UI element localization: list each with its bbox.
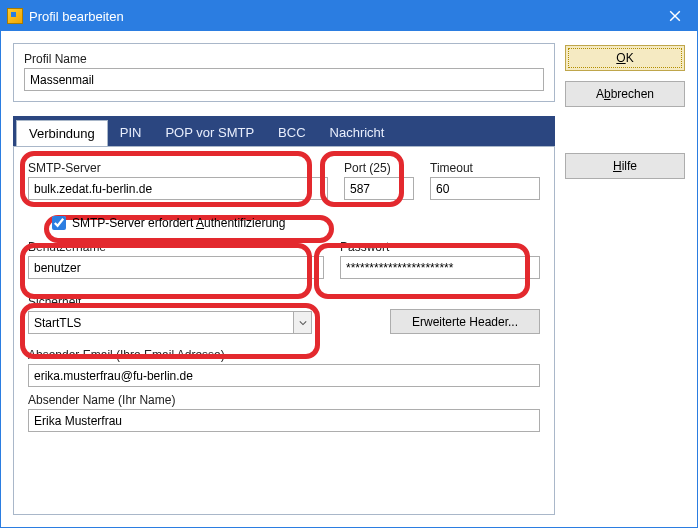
profile-name-panel: Profil Name (13, 43, 555, 102)
tab-popvorsmtp[interactable]: POP vor SMTP (153, 119, 266, 146)
timeout-label: Timeout (430, 161, 540, 175)
smtp-auth-checkbox[interactable] (52, 216, 66, 230)
dialog-window: Profil bearbeiten Profil Name Verbindung… (0, 0, 698, 528)
sender-name-label: Absender Name (Ihr Name) (28, 393, 540, 407)
app-icon (7, 8, 23, 24)
close-icon (669, 10, 681, 22)
smtp-server-input[interactable] (28, 177, 328, 200)
sender-email-label: Absender Email (Ihre Email Adresse) (28, 348, 540, 362)
button-sidebar: OK Abbrechen Hilfe (565, 43, 685, 515)
profile-name-input[interactable] (24, 68, 544, 91)
security-select[interactable] (28, 311, 312, 334)
tab-verbindung[interactable]: Verbindung (16, 120, 108, 147)
tab-pin[interactable]: PIN (108, 119, 154, 146)
password-input[interactable] (340, 256, 540, 279)
help-button[interactable]: Hilfe (565, 153, 685, 179)
ok-button[interactable]: OK (565, 45, 685, 71)
tab-body-verbindung: SMTP-Server Port (25) Timeout (13, 146, 555, 515)
tab-nachricht[interactable]: Nachricht (318, 119, 397, 146)
port-label: Port (25) (344, 161, 414, 175)
close-button[interactable] (653, 1, 697, 31)
security-label: Sicherheit (28, 295, 312, 309)
profile-name-label: Profil Name (24, 52, 544, 66)
sender-email-input[interactable] (28, 364, 540, 387)
extended-header-button[interactable]: Erweiterte Header... (390, 309, 540, 334)
tab-strip: Verbindung PIN POP vor SMTP BCC Nachrich… (13, 116, 555, 146)
tab-bcc[interactable]: BCC (266, 119, 317, 146)
password-label: Passwort (340, 240, 540, 254)
username-label: Benutzername (28, 240, 324, 254)
window-title: Profil bearbeiten (29, 9, 124, 24)
title-bar: Profil bearbeiten (1, 1, 697, 31)
port-input[interactable] (344, 177, 414, 200)
cancel-button[interactable]: Abbrechen (565, 81, 685, 107)
smtp-auth-label: SMTP-Server erfordert Authentifizierung (72, 216, 285, 230)
timeout-input[interactable] (430, 177, 540, 200)
username-input[interactable] (28, 256, 324, 279)
sender-name-input[interactable] (28, 409, 540, 432)
smtp-server-label: SMTP-Server (28, 161, 328, 175)
